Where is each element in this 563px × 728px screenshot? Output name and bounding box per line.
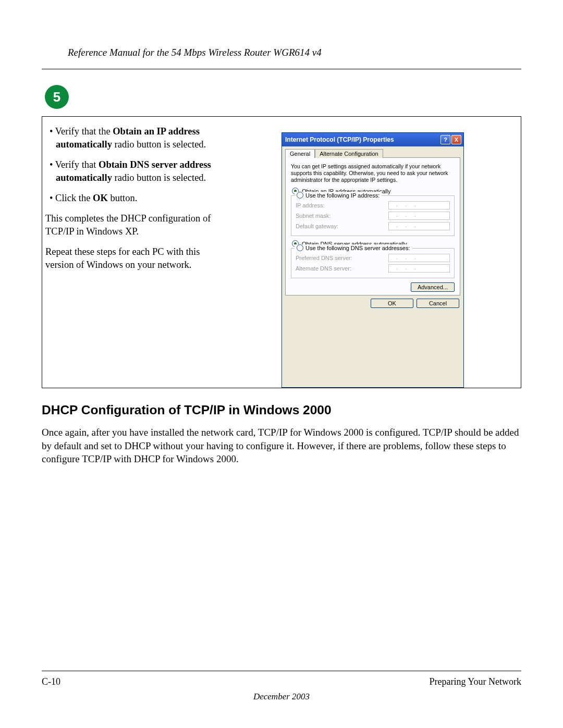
close-button[interactable]: X bbox=[451, 135, 461, 144]
input-alternate-dns[interactable]: . . . bbox=[388, 264, 450, 273]
dialog-description: You can get IP settings assigned automat… bbox=[291, 163, 455, 183]
radio-use-following-dns[interactable]: Use the following DNS server addresses: bbox=[305, 245, 410, 251]
header-rule bbox=[42, 69, 521, 69]
input-subnet-mask[interactable]: . . . bbox=[388, 212, 450, 220]
tcpip-properties-dialog: Internet Protocol (TCP/IP) Properties ? … bbox=[282, 132, 464, 388]
tab-alternate-configuration[interactable]: Alternate Configuration bbox=[315, 149, 383, 158]
radio-dot-icon bbox=[297, 192, 303, 199]
running-header: Reference Manual for the 54 Mbps Wireles… bbox=[42, 31, 521, 65]
ok-button[interactable]: OK bbox=[371, 299, 413, 308]
bullet-verify-dns: • Verify that Obtain DNS server address … bbox=[45, 158, 223, 184]
completion-note: This completes the DHCP configuration of… bbox=[45, 212, 223, 238]
group-static-ip: Use the following IP address: IP address… bbox=[291, 195, 455, 236]
radio-use-following-ip[interactable]: Use the following IP address: bbox=[305, 192, 380, 199]
page-footer: C-10 Preparing Your Network December 200… bbox=[42, 671, 521, 702]
section-heading: DHCP Configuration of TCP/IP in Windows … bbox=[42, 403, 521, 417]
label-default-gateway: Default gateway: bbox=[296, 223, 338, 229]
label-ip-address: IP address: bbox=[296, 202, 324, 208]
dialog-title: Internet Protocol (TCP/IP) Properties bbox=[285, 136, 394, 143]
footer-section-name: Preparing Your Network bbox=[430, 676, 521, 687]
input-preferred-dns[interactable]: . . . bbox=[388, 254, 450, 262]
step-number-badge: 5 bbox=[45, 85, 69, 109]
screenshot-column: Internet Protocol (TCP/IP) Properties ? … bbox=[225, 117, 521, 388]
section-paragraph: Once again, after you have installed the… bbox=[42, 426, 521, 466]
label-preferred-dns: Preferred DNS server: bbox=[296, 255, 352, 261]
label-subnet-mask: Subnet mask: bbox=[296, 213, 331, 219]
repeat-note: Repeat these steps for each PC with this… bbox=[45, 245, 223, 272]
dialog-tabs: General Alternate Configuration bbox=[282, 146, 463, 157]
group-static-dns: Use the following DNS server addresses: … bbox=[291, 248, 455, 278]
instruction-text-column: • Verify that the Obtain an IP address a… bbox=[42, 117, 225, 388]
bullet-click-ok: • Click the OK button. bbox=[45, 192, 223, 205]
dialog-body: You can get IP settings assigned automat… bbox=[285, 157, 460, 295]
input-ip-address[interactable]: . . . bbox=[388, 201, 450, 209]
page-number: C-10 bbox=[42, 676, 60, 687]
dialog-titlebar: Internet Protocol (TCP/IP) Properties ? … bbox=[282, 133, 463, 146]
label-alternate-dns: Alternate DNS server: bbox=[296, 265, 351, 272]
instruction-box: • Verify that the Obtain an IP address a… bbox=[42, 116, 521, 388]
bullet-verify-ip: • Verify that the Obtain an IP address a… bbox=[45, 125, 223, 151]
advanced-button[interactable]: Advanced... bbox=[411, 282, 455, 292]
help-button[interactable]: ? bbox=[440, 135, 450, 144]
input-default-gateway[interactable]: . . . bbox=[388, 222, 450, 230]
tab-general[interactable]: General bbox=[285, 149, 315, 158]
radio-dot-icon bbox=[297, 244, 303, 251]
cancel-button[interactable]: Cancel bbox=[417, 299, 459, 308]
footer-date: December 2003 bbox=[42, 692, 521, 702]
